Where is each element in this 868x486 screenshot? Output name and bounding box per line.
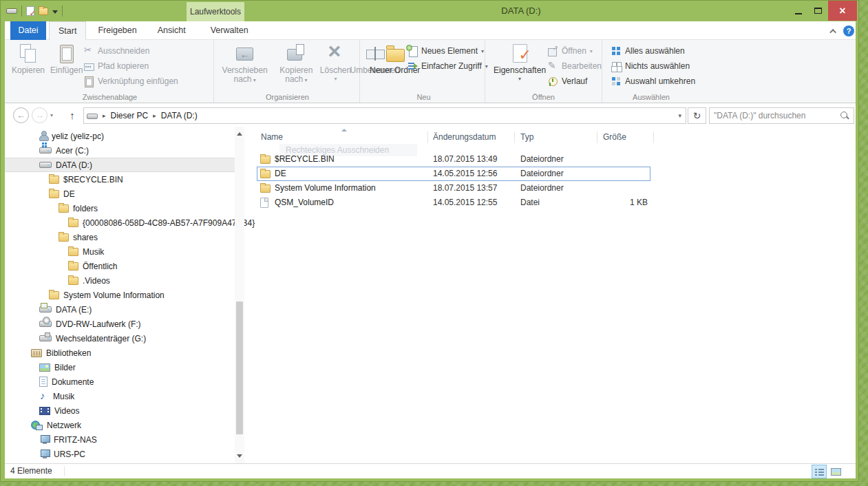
column-header-name[interactable]: Name [261,132,283,142]
tab-freigeben[interactable]: Freigeben [89,21,145,40]
tab-datei[interactable]: Datei [10,21,46,40]
network-icon [31,421,43,430]
tree-item-shares[interactable]: shares [5,230,235,244]
delete-button[interactable]: Löschen [320,41,352,85]
back-button[interactable]: ← [13,107,29,123]
invert-selection-button[interactable]: Auswahl umkehren [611,74,695,88]
group-select: Alles auswählen Nichts auswählen Auswahl… [605,40,697,103]
copy-to-button[interactable]: Kopieren nach [273,41,319,85]
column-separator[interactable] [514,131,515,143]
tab-ansicht[interactable]: Ansicht [149,21,195,40]
tree-item-netzwerk[interactable]: Netzwerk [5,418,235,432]
column-separator[interactable] [597,131,597,143]
tree-item-dvd-f[interactable]: DVD-RW-Laufwerk (F:) [5,317,235,331]
column-header-size[interactable]: Größe [603,132,626,142]
history-button[interactable]: Verlauf [547,74,602,88]
select-none-button[interactable]: Nichts auswählen [611,59,695,73]
tree-item-acer-c[interactable]: Acer (C:) [5,143,235,158]
tree-item-system-volume-information[interactable]: System Volume Information [5,288,235,302]
help-button[interactable]: ? [843,25,854,36]
file-icon [260,198,268,208]
tree-item-user[interactable]: yeliz (yeliz-pc) [5,129,235,143]
new-item-button[interactable]: Neues Element [407,44,488,58]
open-button[interactable]: Öffnen [547,44,602,58]
file-date: 18.07.2015 13:57 [433,181,497,196]
file-row-system-volume-information[interactable]: System Volume Information 18.07.2015 13:… [257,181,650,196]
file-date: 14.05.2015 12:55 [433,196,497,210]
documents-icon [39,377,47,387]
file-name: QSM_VolumeID [275,196,334,210]
tree-item-urs-pc[interactable]: URS-PC [5,447,235,461]
up-button[interactable]: ↑ [64,107,81,123]
breadcrumb-item-data-d[interactable]: DATA (D:) [161,111,198,120]
scroll-down-icon[interactable] [237,454,242,458]
search-input[interactable] [714,111,840,120]
properties-button[interactable]: Eigenschaften [491,41,549,82]
details-view-button[interactable] [812,465,827,478]
address-dropdown-icon[interactable]: ▾ [678,112,683,119]
tree-item-fritz-nas[interactable]: FRITZ-NAS [5,432,235,447]
copy-path-button[interactable]: Pfad kopieren [83,59,178,73]
select-all-button[interactable]: Alles auswählen [611,44,695,58]
column-separator[interactable] [427,131,428,143]
file-row-recycle-bin[interactable]: $RECYCLE.BIN 18.07.2015 13:49 Dateiordne… [257,152,650,167]
tree-item-bibliotheken[interactable]: Bibliotheken [5,346,235,360]
file-row-de[interactable]: DE 14.05.2015 12:56 Dateiordner [257,167,650,181]
separator [62,6,63,17]
tree-item-bilder[interactable]: Bilder [5,360,235,374]
minimize-button[interactable] [788,1,808,21]
close-button[interactable]: × [828,1,857,21]
search-box[interactable] [709,107,854,124]
tab-verwalten[interactable]: Verwalten [202,21,257,40]
easy-access-button[interactable]: Einfacher Zugriff [407,59,488,73]
new-folder-icon[interactable] [39,8,48,15]
column-header-type[interactable]: Typ [520,132,533,142]
tree-item-oeffentlich[interactable]: Öffentlich [5,259,235,273]
file-row-qsm-volumeid[interactable]: QSM_VolumeID 14.05.2015 12:55 Datei 1 KB [257,196,650,210]
copy-button[interactable]: Kopieren [9,41,47,75]
videos-icon [39,407,50,415]
tree-item-guid[interactable]: {00008086-058D-4C89-AB57-A7F909A47AB4} [5,215,235,230]
breadcrumb-item-dieser-pc[interactable]: Dieser PC [111,111,149,120]
column-headers: Name Änderungsdatum Typ Größe [253,130,666,145]
maximize-button[interactable] [808,1,828,21]
folder-icon [68,277,78,285]
tree-item-recycle-bin[interactable]: $RECYCLE.BIN [5,172,235,187]
forward-button[interactable]: → [32,107,47,123]
cut-button[interactable]: Ausschneiden [83,44,178,58]
tree-item-folders[interactable]: folders [5,201,235,215]
drive-icon[interactable] [6,8,17,14]
tree-item-data-d[interactable]: DATA (D:) [5,158,235,172]
tree-item-dokumente[interactable]: Dokumente [5,374,235,389]
path-icon [83,61,94,72]
tree-item-data-e[interactable]: DATA (E:) [5,302,235,317]
tree-item-videos-share[interactable]: .Videos [5,273,235,288]
tree-item-removable-g[interactable]: Wechseldatenträger (G:) [5,331,235,346]
thumbnails-view-button[interactable] [828,465,843,478]
customize-dropdown-icon[interactable] [52,10,58,14]
tree-item-de[interactable]: DE [5,187,235,201]
paste-button[interactable]: Einfügen [47,41,85,75]
refresh-button[interactable]: ↻ [688,107,706,124]
folder-icon [68,248,78,256]
file-size [594,152,648,167]
thumbnails-view-icon [831,468,841,476]
tree-item-musik-lib[interactable]: Musik [5,389,235,403]
tree-scrollbar[interactable] [235,127,244,463]
ribbon-collapse-button[interactable] [828,25,839,36]
scroll-up-icon[interactable] [237,132,242,136]
arrow-left-icon: ← [17,110,25,120]
properties-check-icon[interactable] [26,6,34,16]
address-bar[interactable]: ▸ Dieser PC ▸ DATA (D:) ▾ [83,107,686,124]
group-label: Auswählen [605,93,697,101]
tab-start[interactable]: Start [49,21,86,40]
column-separator[interactable] [653,131,654,143]
recent-locations-dropdown[interactable]: ▾ [50,112,53,118]
move-to-button[interactable]: Verschieben nach [217,41,273,85]
column-header-date[interactable]: Änderungsdatum [433,132,496,142]
tree-item-musik-share[interactable]: Musik [5,244,235,259]
scrollbar-thumb[interactable] [236,302,243,434]
paste-shortcut-button[interactable]: Verknüpfung einfügen [83,74,178,88]
edit-button[interactable]: Bearbeiten [547,59,602,73]
tree-item-videos-lib[interactable]: Videos [5,403,235,418]
